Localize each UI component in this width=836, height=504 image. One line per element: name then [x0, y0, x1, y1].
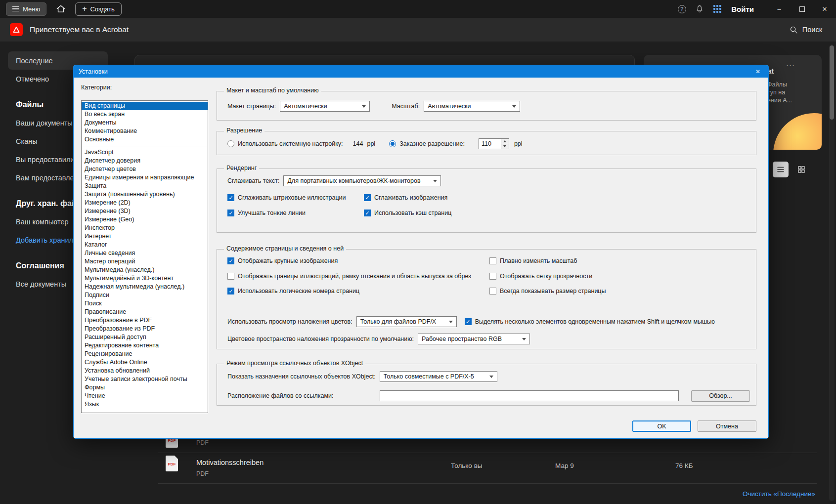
- scrollbar[interactable]: [829, 44, 835, 501]
- dialog-titlebar[interactable]: Установки ✕: [74, 65, 768, 78]
- category-item[interactable]: Измерение (Geo): [82, 215, 208, 224]
- overprint-select[interactable]: Только для файлов PDF/X: [356, 316, 457, 327]
- category-item[interactable]: Инспектор: [82, 224, 208, 232]
- search-button[interactable]: Поиск: [790, 26, 822, 34]
- category-item[interactable]: Подписи: [82, 291, 208, 299]
- spinner-down-button[interactable]: [501, 144, 509, 149]
- maximize-button[interactable]: [791, 0, 813, 18]
- checkbox-label: Отображать границы иллюстраций, рамку от…: [238, 273, 471, 280]
- system-resolution-radio[interactable]: Использовать системную настройку:: [227, 140, 343, 147]
- category-item[interactable]: Редактирование контента: [82, 341, 208, 350]
- category-item[interactable]: Измерение (3D): [82, 207, 208, 215]
- content-checks-row-1: Отображать крупные изображения Плавно из…: [227, 255, 750, 266]
- checkbox-label: Отображать крупные изображения: [238, 257, 338, 264]
- enhance-thin-lines-checkbox[interactable]: Улучшать тонкие линии: [227, 210, 364, 216]
- close-button[interactable]: ✕: [813, 0, 836, 18]
- promo-text: Файлы туп на ении А...: [767, 81, 792, 104]
- zoom-select[interactable]: Автоматически: [424, 101, 520, 112]
- cancel-button[interactable]: Отмена: [698, 420, 756, 432]
- show-art-trim-bleed-checkbox[interactable]: Отображать границы иллюстраций, рамку от…: [227, 273, 489, 280]
- menu-button[interactable]: Меню: [6, 2, 46, 16]
- category-item[interactable]: Основные: [82, 135, 208, 144]
- smooth-text-select[interactable]: Для портативных компьютеров/ЖК-мониторов: [283, 175, 441, 186]
- checkbox-icon: [227, 194, 234, 201]
- category-item[interactable]: Чтение: [82, 392, 208, 400]
- overflow-menu-icon[interactable]: ···: [786, 61, 795, 69]
- categories-listbox[interactable]: Вид страницыВо весь экранДокументыКоммен…: [81, 100, 208, 413]
- custom-resolution-spinner[interactable]: 110: [479, 138, 509, 149]
- category-item[interactable]: Во весь экран: [82, 110, 208, 119]
- grid-view-button[interactable]: [793, 162, 809, 177]
- show-transparency-grid-checkbox[interactable]: Отображать сетку прозрачности: [489, 273, 592, 280]
- list-view-button[interactable]: [773, 162, 789, 177]
- checkbox-icon: [489, 273, 496, 280]
- category-item[interactable]: Мультимедиа (унаслед.): [82, 266, 208, 274]
- scrollbar-thumb[interactable]: [830, 45, 834, 120]
- category-item[interactable]: Личные сведения: [82, 249, 208, 257]
- category-item[interactable]: Вид страницы: [82, 102, 208, 110]
- use-page-cache-checkbox[interactable]: Использовать кэш страниц: [364, 210, 451, 216]
- spinner-up-button[interactable]: [501, 139, 509, 144]
- category-item[interactable]: Единицы измерения и направляющие: [82, 173, 208, 182]
- page-layout-select[interactable]: Автоматически: [280, 101, 370, 112]
- category-item[interactable]: Каталог: [82, 241, 208, 249]
- category-item[interactable]: Мультимедийный и 3D-контент: [82, 274, 208, 283]
- promo-line: ении А...: [767, 96, 792, 104]
- category-item[interactable]: Диспетчер доверия: [82, 157, 208, 165]
- home-button[interactable]: [53, 2, 68, 16]
- show-large-images-checkbox[interactable]: Отображать крупные изображения: [227, 257, 489, 264]
- smooth-zoom-checkbox[interactable]: Плавно изменять масштаб: [489, 257, 577, 264]
- custom-resolution-radio[interactable]: Заказное разрешение:: [389, 140, 465, 147]
- linked-files-location-input[interactable]: [380, 390, 679, 401]
- category-item[interactable]: Правописание: [82, 308, 208, 316]
- category-item[interactable]: Мастер операций: [82, 257, 208, 266]
- xobject-show-label: Показать назначения ссылочных объектов X…: [227, 373, 376, 380]
- smooth-images-checkbox[interactable]: Сглаживать изображения: [364, 194, 447, 201]
- category-item[interactable]: Защита: [82, 182, 208, 190]
- waffle-icon: [713, 5, 721, 13]
- category-item[interactable]: Преобразование в PDF: [82, 316, 208, 325]
- browse-button[interactable]: Обзор...: [691, 390, 750, 402]
- signin-button[interactable]: Войти: [731, 5, 754, 13]
- clear-recent-link[interactable]: Очистить «Последние»: [743, 490, 815, 498]
- category-item[interactable]: Установка обновлений: [82, 367, 208, 375]
- category-item[interactable]: Расширенный доступ: [82, 333, 208, 341]
- category-item[interactable]: Диспетчер цветов: [82, 165, 208, 173]
- category-item[interactable]: Защита (повышенный уровень): [82, 190, 208, 199]
- minimize-button[interactable]: –: [768, 0, 791, 18]
- apps-button[interactable]: [708, 0, 726, 18]
- file-name[interactable]: Motivationsschreiben: [196, 459, 264, 466]
- titlebar-left: Меню + Создать: [0, 2, 122, 16]
- category-item[interactable]: Надежная мультимедиа (унаслед.): [82, 283, 208, 291]
- dialog-title: Установки: [74, 68, 108, 75]
- category-item[interactable]: Документы: [82, 119, 208, 127]
- category-item[interactable]: Рецензирование: [82, 350, 208, 358]
- category-item[interactable]: Язык: [82, 400, 208, 409]
- category-item[interactable]: JavaScript: [82, 148, 208, 157]
- blend-space-select[interactable]: Рабочее пространство RGB: [418, 334, 530, 344]
- ok-button[interactable]: OK: [632, 420, 691, 432]
- shift-multiselect-checkbox[interactable]: Выделять несколько элементов одновременн…: [465, 318, 715, 325]
- category-item[interactable]: Измерение (2D): [82, 199, 208, 207]
- smooth-text-row: Сглаживать текст: Для портативных компью…: [227, 175, 750, 186]
- help-button[interactable]: ?: [673, 0, 691, 18]
- notifications-button[interactable]: [691, 0, 708, 18]
- promo-line: туп на: [767, 88, 792, 96]
- create-button[interactable]: + Создать: [75, 2, 122, 16]
- linked-files-location-label: Расположение файлов со ссылками:: [227, 392, 334, 399]
- smooth-line-art-checkbox[interactable]: Сглаживать штриховые иллюстрации: [227, 194, 364, 201]
- xobject-show-value: Только совместимые с PDF/X-5: [384, 373, 474, 380]
- always-show-page-size-checkbox[interactable]: Всегда показывать размер страницы: [489, 288, 606, 294]
- category-item[interactable]: Службы Adobe Online: [82, 358, 208, 367]
- overprint-row: Использовать просмотр наложения цветов: …: [227, 316, 750, 327]
- category-item[interactable]: Комментирование: [82, 127, 208, 135]
- category-item[interactable]: Формы: [82, 383, 208, 392]
- xobject-show-select[interactable]: Только совместимые с PDF/X-5: [380, 371, 497, 382]
- category-item[interactable]: Поиск: [82, 299, 208, 308]
- category-item[interactable]: Учетные записи электронной почты: [82, 375, 208, 383]
- xobject-show-row: Показать назначения ссылочных объектов X…: [227, 371, 750, 382]
- category-item[interactable]: Преобразование из PDF: [82, 325, 208, 333]
- category-item[interactable]: Интернет: [82, 232, 208, 241]
- logical-page-numbers-checkbox[interactable]: Использовать логические номера страниц: [227, 288, 489, 294]
- dialog-close-icon[interactable]: ✕: [750, 65, 765, 78]
